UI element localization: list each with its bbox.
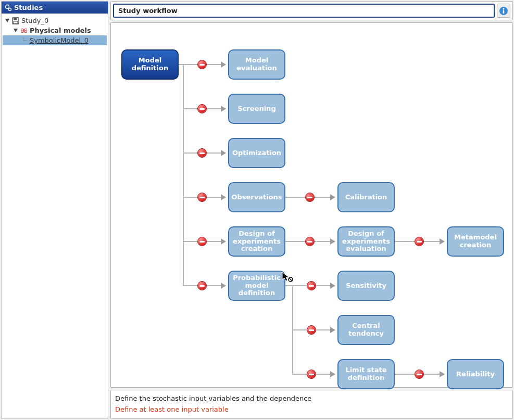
atom-icon	[20, 27, 28, 34]
chevron-down-icon[interactable]	[5, 18, 10, 23]
node-prob-model-def[interactable]: Probabilistic model definition	[228, 271, 285, 301]
stop-icon	[305, 193, 315, 202]
svg-marker-6	[14, 29, 18, 32]
node-observations[interactable]: Observations	[228, 182, 285, 212]
svg-rect-5	[14, 21, 18, 24]
arrow-icon	[221, 283, 226, 289]
svg-rect-12	[503, 10, 505, 14]
stop-icon	[305, 237, 315, 246]
workflow-panel: Study workflow	[110, 1, 513, 20]
stop-icon	[415, 237, 424, 246]
tree-label-symbolic-model: SymbolicModel_0	[30, 36, 89, 44]
arrow-icon	[440, 371, 445, 377]
node-optimization[interactable]: Optimization	[228, 138, 285, 168]
stop-icon	[197, 281, 207, 290]
arrow-icon	[221, 194, 226, 200]
arrow-icon	[330, 283, 335, 289]
tree-branch-icon	[22, 37, 28, 44]
node-calibration[interactable]: Calibration	[337, 182, 395, 212]
studies-tree: Study_0 Physical models SymbolicModel_0	[2, 14, 108, 47]
node-metamodel-creation[interactable]: Metamodel creation	[447, 226, 504, 257]
node-doe-creation[interactable]: Design of experiments creation	[228, 226, 285, 257]
svg-point-1	[9, 8, 11, 10]
save-icon	[12, 17, 19, 24]
node-model-definition[interactable]: Model definition	[121, 49, 179, 80]
node-doe-evaluation[interactable]: Design of experiments evaluation	[337, 226, 395, 257]
info-icon	[499, 6, 508, 16]
svg-point-14	[289, 277, 293, 282]
tree-label-physical-models: Physical models	[30, 27, 91, 34]
sidebar-title: Studies	[14, 4, 43, 11]
arrow-icon	[330, 238, 335, 245]
svg-marker-2	[5, 19, 9, 22]
stop-icon	[307, 325, 316, 335]
gears-icon	[5, 4, 12, 11]
svg-point-11	[503, 8, 505, 9]
svg-line-15	[289, 278, 292, 281]
stop-icon	[197, 104, 207, 113]
node-sensitivity[interactable]: Sensitivity	[337, 271, 395, 301]
arrow-icon	[330, 194, 335, 200]
stop-icon	[197, 60, 207, 69]
arrow-icon	[330, 327, 335, 333]
stop-icon	[197, 237, 207, 246]
tree-label-study: Study_0	[21, 17, 48, 24]
arrow-icon	[221, 150, 226, 156]
node-model-evaluation[interactable]: Model evaluation	[228, 49, 285, 80]
node-central-tendency[interactable]: Central tendency	[337, 315, 395, 345]
node-screening[interactable]: Screening	[228, 94, 285, 124]
arrow-icon	[440, 238, 445, 245]
stop-icon	[415, 370, 424, 379]
svg-point-9	[23, 30, 25, 31]
workflow-title: Study workflow	[113, 4, 495, 18]
arrow-icon	[221, 61, 226, 68]
stop-icon	[197, 193, 207, 202]
svg-rect-4	[14, 18, 17, 20]
node-limit-state-def[interactable]: Limit state definition	[337, 359, 395, 389]
tree-item-study[interactable]: Study_0	[3, 16, 107, 26]
main-area: Study workflow Model definition Model ev…	[110, 1, 513, 419]
workflow-canvas: Model definition Model evaluation Screen…	[110, 22, 513, 388]
tree-item-symbolic-model[interactable]: SymbolicModel_0	[3, 35, 107, 45]
arrow-icon	[330, 371, 335, 377]
studies-sidebar: Studies Study_0 Physical models Symbolic…	[1, 1, 108, 419]
svg-point-0	[6, 5, 9, 8]
message-panel: Define the stochastic input variables an…	[110, 390, 513, 419]
message-info: Define the stochastic input variables an…	[115, 393, 508, 404]
stop-icon	[307, 370, 316, 379]
stop-icon	[197, 148, 207, 158]
node-reliability[interactable]: Reliability	[447, 359, 504, 389]
sidebar-header: Studies	[2, 2, 108, 14]
chevron-down-icon[interactable]	[13, 28, 18, 33]
arrow-icon	[221, 106, 226, 112]
tree-item-physical-models[interactable]: Physical models	[3, 26, 107, 35]
info-button[interactable]	[497, 4, 510, 18]
connector	[183, 64, 184, 286]
arrow-icon	[221, 238, 226, 245]
message-error: Define at least one input variable	[115, 404, 508, 415]
stop-icon	[307, 281, 316, 290]
